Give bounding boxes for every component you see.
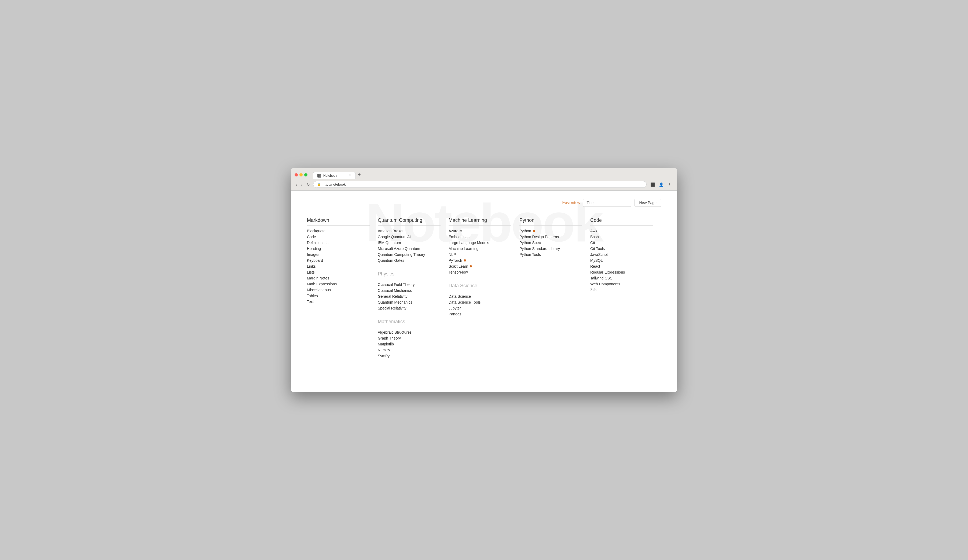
list-item-link[interactable]: Python Design Patterns	[519, 234, 582, 240]
list-item-link[interactable]: Classical Field Theory	[378, 282, 441, 287]
list-item-link[interactable]: Matplotlib	[378, 341, 441, 347]
traffic-light-minimize[interactable]	[299, 173, 303, 176]
list-item-link[interactable]: IBM Quantum	[378, 240, 441, 245]
list-item-link[interactable]: Git	[590, 240, 653, 245]
list-item: Tables	[307, 293, 370, 298]
traffic-lights	[295, 173, 307, 176]
list-item-link[interactable]: Code	[307, 234, 370, 240]
list-item-link[interactable]: Definition List	[307, 240, 370, 245]
list-item-link[interactable]: Math Expressions	[307, 281, 370, 287]
section-items-code-0: AwkBashGitGit ToolsJavaScriptMySQLReactR…	[590, 228, 653, 293]
tab-close-button[interactable]: ✕	[349, 174, 351, 177]
refresh-button[interactable]: ↻	[306, 182, 311, 187]
list-item-link[interactable]: Margin Notes	[307, 275, 370, 281]
list-item-link[interactable]: JavaScript	[590, 252, 653, 257]
lock-icon: 🔒	[317, 183, 321, 186]
list-item-link[interactable]: Text	[307, 299, 370, 305]
favorites-link[interactable]: Favorites	[562, 200, 580, 205]
extensions-icon[interactable]: ⬛	[649, 181, 656, 188]
list-item-link[interactable]: Special Relativity	[378, 305, 441, 311]
list-item: Azure ML	[449, 228, 511, 234]
list-item-link[interactable]: Miscellaneous	[307, 287, 370, 293]
list-item: Data Science Tools	[449, 300, 511, 305]
list-item: Definition List	[307, 240, 370, 245]
list-item-link[interactable]: NumPy	[378, 347, 441, 353]
list-item-link[interactable]: TensorFlow	[449, 270, 511, 275]
list-item-link[interactable]: Awk	[590, 228, 653, 234]
list-item-link[interactable]: Regular Expressions	[590, 270, 653, 275]
list-item-link[interactable]: MySQL	[590, 258, 653, 263]
menu-icon[interactable]: ⋮	[666, 181, 673, 188]
list-item-link[interactable]: Data Science	[449, 294, 511, 299]
profile-icon[interactable]: 👤	[657, 181, 665, 188]
column-markdown: MarkdownBlockquoteCodeDefinition ListHea…	[307, 217, 378, 367]
list-item: JavaScript	[590, 252, 653, 257]
list-item-link[interactable]: Azure ML	[449, 228, 511, 234]
list-item-link[interactable]: Zsh	[590, 287, 653, 293]
list-item-link[interactable]: Data Science Tools	[449, 300, 511, 305]
section-items-markdown-0: BlockquoteCodeDefinition ListHeadingImag…	[307, 228, 370, 305]
list-item-link[interactable]: Algebraic Structures	[378, 330, 441, 335]
list-item-link[interactable]: Amazon Braket	[378, 228, 441, 234]
forward-button[interactable]: ›	[300, 182, 304, 187]
title-input[interactable]	[583, 199, 631, 207]
list-item: Special Relativity	[378, 305, 441, 311]
list-item-link[interactable]: Images	[307, 252, 370, 257]
list-item-link[interactable]: NLP	[449, 252, 511, 257]
list-item-link[interactable]: Jupyter	[449, 305, 511, 311]
address-bar[interactable]: 🔒 http://notebook	[313, 181, 646, 188]
list-item: Blockquote	[307, 228, 370, 234]
list-item-link[interactable]: Python Standard Library	[519, 246, 582, 251]
status-dot	[533, 230, 535, 232]
back-button[interactable]: ‹	[295, 182, 298, 187]
list-item-link[interactable]: Scikit Learn	[449, 263, 511, 269]
sub-section-header-quantum-computing-1: Physics	[378, 271, 441, 279]
list-item-link[interactable]: Google Quantum AI	[378, 234, 441, 240]
browser-chrome: 📓 Notebook ✕ + ‹ › ↻ 🔒 http://notebook ⬛…	[291, 168, 677, 191]
new-page-button[interactable]: New Page	[635, 199, 661, 207]
list-item-link[interactable]: Quantum Mechanics	[378, 300, 441, 305]
list-item-link[interactable]: Git Tools	[590, 246, 653, 251]
list-item-link[interactable]: Tailwind CSS	[590, 275, 653, 281]
sub-section-header-machine-learning-1: Data Science	[449, 283, 511, 291]
list-item-link[interactable]: Classical Mechanics	[378, 288, 441, 293]
list-item: Heading	[307, 246, 370, 251]
list-item-link[interactable]: Tables	[307, 293, 370, 298]
list-item-link[interactable]: Web Components	[590, 281, 653, 287]
list-item-link[interactable]: Python	[519, 228, 582, 234]
tab-bar: 📓 Notebook ✕ +	[313, 171, 363, 179]
url-text: http://notebook	[323, 182, 346, 186]
list-item-link[interactable]: Quantum Computing Theory	[378, 252, 441, 257]
list-item: Margin Notes	[307, 275, 370, 281]
list-item: Tailwind CSS	[590, 275, 653, 281]
list-item-link[interactable]: Python Tools	[519, 252, 582, 257]
list-item-link[interactable]: SymPy	[378, 353, 441, 359]
list-item-link[interactable]: Blockquote	[307, 228, 370, 234]
list-item-link[interactable]: Large Language Models	[449, 240, 511, 245]
list-item: Python Tools	[519, 252, 582, 257]
browser-tab[interactable]: 📓 Notebook ✕	[313, 172, 356, 179]
list-item-link[interactable]: Microsoft Azure Quantum	[378, 246, 441, 251]
traffic-light-close[interactable]	[295, 173, 298, 176]
section-items-quantum-computing-0: Amazon BraketGoogle Quantum AIIBM Quantu…	[378, 228, 441, 263]
list-item-link[interactable]: Lists	[307, 270, 370, 275]
list-item-link[interactable]: Keyboard	[307, 258, 370, 263]
list-item-link[interactable]: Graph Theory	[378, 336, 441, 341]
list-item-link[interactable]: PyTorch	[449, 258, 511, 263]
traffic-light-maximize[interactable]	[304, 173, 307, 176]
list-item-link[interactable]: Pandas	[449, 311, 511, 317]
list-item-link[interactable]: Python Spec	[519, 240, 582, 245]
list-item-link[interactable]: Quantum Gates	[378, 258, 441, 263]
list-item-link[interactable]: Embeddings	[449, 234, 511, 240]
list-item: NLP	[449, 252, 511, 257]
list-item-link[interactable]: React	[590, 263, 653, 269]
list-item-link[interactable]: Bash	[590, 234, 653, 240]
new-tab-button[interactable]: +	[356, 171, 363, 179]
list-item-link[interactable]: Machine Learning	[449, 246, 511, 251]
list-item: Pandas	[449, 311, 511, 317]
list-item: Machine Learning	[449, 246, 511, 251]
section-items-quantum-computing-1: Classical Field TheoryClassical Mechanic…	[378, 282, 441, 311]
list-item-link[interactable]: Heading	[307, 246, 370, 251]
list-item-link[interactable]: General Relativity	[378, 294, 441, 299]
list-item-link[interactable]: Links	[307, 263, 370, 269]
